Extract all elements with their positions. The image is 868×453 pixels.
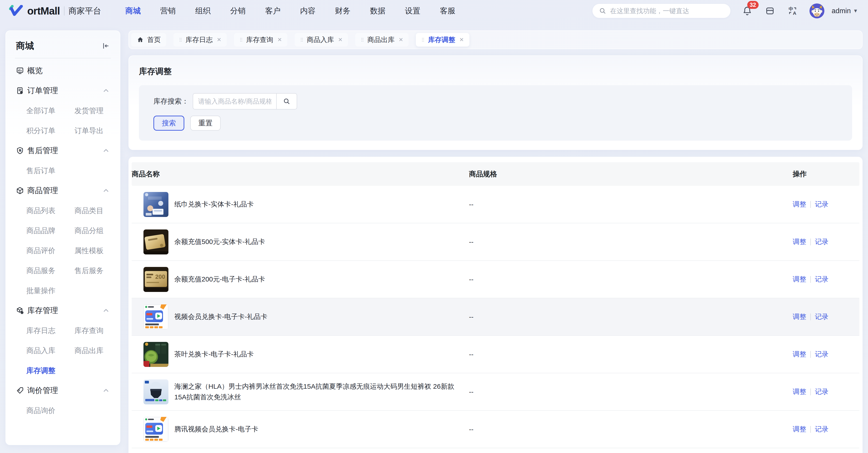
tab-商品入库[interactable]: 商品入库✕ [294, 33, 348, 47]
sidebar-item-商品服务[interactable]: 商品服务 [26, 261, 74, 281]
sidebar-item-发货管理[interactable]: 发货管理 [74, 101, 110, 121]
adjust-link[interactable]: 调整 [793, 237, 806, 247]
sidebar-item-售后服务[interactable]: 售后服务 [74, 261, 110, 281]
top-nav-item-数据[interactable]: 数据 [370, 6, 385, 16]
sidebar-item-售后订单[interactable]: 售后订单 [26, 161, 74, 180]
record-link[interactable]: 记录 [815, 237, 829, 247]
tab-库存日志[interactable]: 库存日志✕ [174, 33, 227, 47]
chevron-up-icon[interactable] [102, 87, 110, 94]
product-spec: -- [469, 201, 793, 208]
drag-handle-icon[interactable] [179, 37, 182, 43]
store-icon[interactable] [764, 5, 776, 17]
stock-search-group [193, 93, 297, 110]
top-nav-item-营销[interactable]: 营销 [160, 6, 176, 16]
avatar[interactable] [809, 3, 825, 19]
record-link[interactable]: 记录 [815, 275, 829, 284]
record-link[interactable]: 记录 [815, 425, 829, 434]
close-icon[interactable]: ✕ [399, 36, 403, 43]
table-row: 视频会员兑换卡-电子卡-礼品卡--调整记录 [132, 298, 859, 335]
adjust-link[interactable]: 调整 [793, 275, 806, 284]
sidebar-item-商品类目[interactable]: 商品类目 [74, 201, 110, 221]
brand-portal-label: 商家平台 [68, 5, 101, 17]
product-icon [16, 187, 24, 195]
stock-search-icon-button[interactable] [276, 93, 297, 110]
chevron-up-icon[interactable] [102, 307, 110, 314]
tab-库存查询[interactable]: 库存查询✕ [234, 33, 287, 47]
top-nav-item-内容[interactable]: 内容 [300, 6, 315, 16]
user-menu[interactable]: admin ▼ [832, 7, 858, 15]
sidebar-item-商品入库[interactable]: 商品入库 [26, 341, 74, 361]
close-icon[interactable]: ✕ [338, 36, 343, 43]
adjust-link[interactable]: 调整 [793, 387, 806, 396]
top-nav-item-组织[interactable]: 组织 [195, 6, 211, 16]
notification-bell[interactable]: 32 [741, 5, 753, 17]
adjust-link[interactable]: 调整 [793, 200, 806, 209]
adjust-link[interactable]: 调整 [793, 312, 806, 321]
collapse-sidebar-icon[interactable] [101, 41, 110, 50]
top-nav-item-商城[interactable]: 商城 [125, 6, 141, 16]
adjust-link[interactable]: 调整 [793, 350, 806, 359]
sidebar-item-库存调整[interactable]: 库存调整 [26, 361, 74, 380]
chevron-up-icon[interactable] [102, 187, 110, 195]
record-link[interactable]: 记录 [815, 350, 829, 359]
search-button[interactable]: 搜索 [153, 116, 184, 131]
sidebar-item-商品分组[interactable]: 商品分组 [74, 221, 110, 240]
sidebar-section-库存管理[interactable]: 库存管理 [16, 301, 110, 320]
stock-search-input[interactable] [193, 93, 276, 110]
sidebar-item-积分订单[interactable]: 积分订单 [26, 121, 74, 141]
product-spec: -- [469, 313, 793, 321]
sidebar-item-商品评价[interactable]: 商品评价 [26, 240, 74, 261]
sidebar-item-商品品牌[interactable]: 商品品牌 [26, 221, 74, 240]
chevron-up-icon[interactable] [102, 387, 110, 394]
drag-handle-icon[interactable] [240, 37, 243, 43]
translate-icon[interactable]: 中 A [787, 5, 799, 17]
sidebar-item-订单导出[interactable]: 订单导出 [74, 121, 110, 141]
sidebar-subgroup-商品管理: 商品列表商品类目商品品牌商品分组商品评价属性模板商品服务售后服务批量操作 [26, 201, 110, 301]
svg-text:中: 中 [788, 6, 793, 11]
sidebar-section-商品管理[interactable]: 商品管理 [16, 180, 110, 201]
drag-handle-icon[interactable] [361, 37, 364, 43]
sidebar-item-属性模板[interactable]: 属性模板 [74, 240, 110, 261]
page-title: 库存调整 [139, 66, 852, 77]
drag-handle-icon[interactable] [421, 37, 425, 43]
sidebar-section-售后管理[interactable]: 售售后管理 [16, 141, 110, 161]
global-search-input[interactable] [610, 7, 724, 15]
top-nav-item-客户[interactable]: 客户 [265, 6, 281, 16]
record-link[interactable]: 记录 [815, 387, 829, 396]
close-icon[interactable]: ✕ [217, 36, 221, 43]
sidebar-item-商品出库[interactable]: 商品出库 [74, 341, 110, 361]
record-link[interactable]: 记录 [815, 200, 829, 209]
sidebar: 商城 概览订单管理全部订单发货管理积分订单订单导出售售后管理售后订单商品管理商品… [5, 30, 120, 445]
sidebar-item-商品询价[interactable]: 商品询价 [26, 400, 74, 421]
adjust-link[interactable]: 调整 [793, 425, 806, 434]
sidebar-section-询价管理[interactable]: ¥询价管理 [16, 380, 110, 400]
sidebar-section-订单管理[interactable]: 订单管理 [16, 81, 110, 101]
drag-handle-icon[interactable] [300, 37, 304, 43]
sidebar-item-库存日志[interactable]: 库存日志 [26, 320, 74, 341]
sidebar-section-概览[interactable]: 概览 [16, 61, 110, 81]
product-name: 余额充值200元-电子卡-礼品卡 [174, 274, 279, 285]
inquiry-icon: ¥ [16, 387, 24, 395]
column-header-name: 商品名称 [132, 169, 469, 179]
product-name: 纸巾兑换卡-实体卡-礼品卡 [174, 199, 268, 210]
reset-button[interactable]: 重置 [190, 116, 221, 131]
close-icon[interactable]: ✕ [277, 36, 282, 43]
tab-首页[interactable]: 首页 [131, 33, 166, 47]
top-nav-item-客服[interactable]: 客服 [440, 6, 455, 16]
top-nav-item-财务[interactable]: 财务 [335, 6, 350, 16]
sidebar-section-label: 售后管理 [27, 145, 58, 156]
sidebar-item-全部订单[interactable]: 全部订单 [26, 101, 74, 121]
close-icon[interactable]: ✕ [459, 36, 464, 43]
sidebar-item-批量操作[interactable]: 批量操作 [26, 281, 74, 301]
chevron-up-icon[interactable] [102, 147, 110, 154]
home-icon [137, 36, 144, 44]
tab-库存调整[interactable]: 库存调整✕ [416, 33, 469, 47]
sidebar-item-商品列表[interactable]: 商品列表 [26, 201, 74, 221]
top-nav-item-设置[interactable]: 设置 [405, 6, 421, 16]
top-nav-item-分销[interactable]: 分销 [230, 6, 246, 16]
global-search[interactable] [592, 4, 731, 18]
tab-label: 库存调整 [428, 35, 455, 45]
sidebar-item-库存查询[interactable]: 库存查询 [74, 320, 110, 341]
record-link[interactable]: 记录 [815, 312, 829, 321]
tab-商品出库[interactable]: 商品出库✕ [355, 33, 409, 47]
